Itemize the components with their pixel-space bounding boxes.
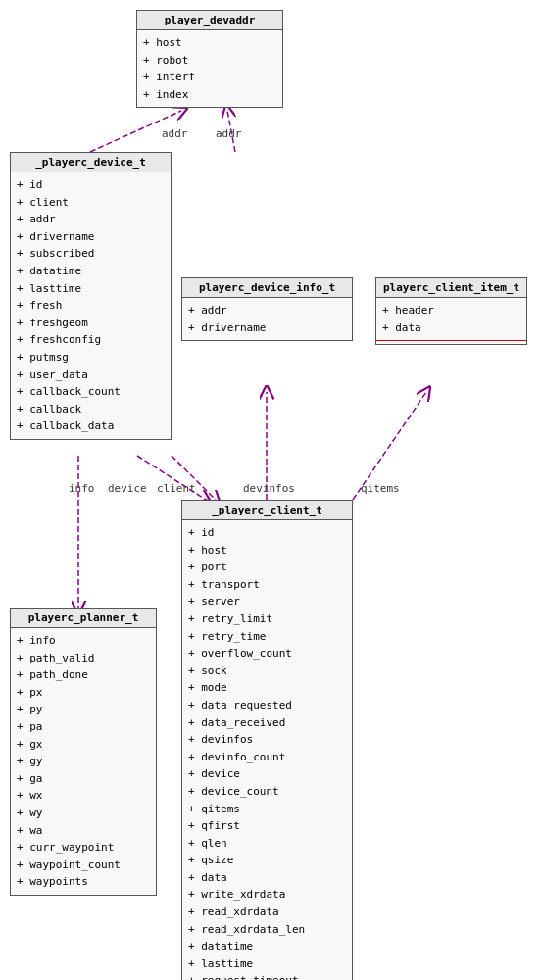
- field: + id: [188, 524, 346, 542]
- field: + subscribed: [17, 245, 165, 263]
- playerc-device-info-t-box: playerc_device_info_t + addr + drivernam…: [181, 277, 353, 341]
- field: + robot: [143, 52, 276, 70]
- field: + datatime: [17, 263, 165, 280]
- field: + addr: [17, 211, 165, 228]
- field: + data: [382, 319, 520, 337]
- field: + drivername: [17, 228, 165, 246]
- field: + devinfo_count: [188, 749, 346, 766]
- addr1-label: addr: [162, 127, 188, 140]
- field: + transport: [188, 576, 346, 594]
- info-label: info: [69, 482, 95, 495]
- field: + fresh: [17, 297, 165, 315]
- field: + path_valid: [17, 650, 150, 667]
- playerc-client-t-box: _playerc_client_t + id + host + port + t…: [181, 500, 353, 980]
- field: + device: [188, 765, 346, 783]
- qitems-label: qitems: [361, 482, 400, 495]
- field: + pa: [17, 718, 150, 736]
- field: + request_timeout: [188, 972, 346, 980]
- field: + lasttime: [17, 280, 165, 298]
- device-label: device: [108, 482, 147, 495]
- field: + lasttime: [188, 956, 346, 973]
- playerc-device-info-t-body: + addr + drivername: [182, 298, 352, 340]
- field: + waypoints: [17, 873, 150, 891]
- field: + wx: [17, 787, 150, 805]
- field: + wa: [17, 822, 150, 840]
- field: + mode: [188, 679, 346, 697]
- field: + info: [17, 632, 150, 650]
- playerc-client-item-t-box: playerc_client_item_t + header + data: [375, 277, 527, 345]
- field: + drivername: [188, 319, 346, 337]
- field: + read_xdrdata_len: [188, 921, 346, 939]
- field: + freshconfig: [17, 331, 165, 349]
- field: + header: [382, 302, 520, 319]
- addr2-label: addr: [216, 127, 242, 140]
- field: + read_xdrdata: [188, 904, 346, 921]
- field: + callback: [17, 401, 165, 418]
- field: + path_done: [17, 666, 150, 684]
- field: + gy: [17, 753, 150, 770]
- field: + gx: [17, 736, 150, 754]
- playerc-client-t-title: _playerc_client_t: [182, 501, 352, 520]
- field: + curr_waypoint: [17, 839, 150, 857]
- client-label: client: [157, 482, 196, 495]
- playerc-client-t-body: + id + host + port + transport + server …: [182, 520, 352, 980]
- field: + server: [188, 593, 346, 611]
- field: + waypoint_count: [17, 857, 150, 874]
- player-devaddr-body: + host + robot + interf + index: [137, 30, 282, 107]
- playerc-planner-t-title: playerc_planner_t: [11, 609, 156, 628]
- playerc-device-t-title: _playerc_device_t: [11, 153, 171, 172]
- field: + callback_data: [17, 417, 165, 435]
- field: + qsize: [188, 852, 346, 869]
- field: + data_requested: [188, 697, 346, 714]
- field: + overflow_count: [188, 645, 346, 662]
- field: + devinfos: [188, 731, 346, 749]
- playerc-device-t-box: _playerc_device_t + id + client + addr +…: [10, 152, 172, 440]
- playerc-planner-t-body: + info + path_valid + path_done + px + p…: [11, 628, 156, 895]
- field: + addr: [188, 302, 346, 319]
- field: + retry_time: [188, 628, 346, 646]
- playerc-client-item-t-body: + header + data: [376, 298, 526, 340]
- field: + callback_count: [17, 383, 165, 401]
- field: + qlen: [188, 835, 346, 853]
- devinfos-label: devinfos: [243, 482, 295, 495]
- field: + host: [143, 34, 276, 52]
- field: + qitems: [188, 801, 346, 818]
- field: + interf: [143, 69, 276, 86]
- field: + py: [17, 701, 150, 718]
- field: + write_xdrdata: [188, 886, 346, 904]
- field: + putmsg: [17, 349, 165, 367]
- field: + retry_limit: [188, 611, 346, 628]
- field: + id: [17, 176, 165, 194]
- player-devaddr-title: player_devaddr: [137, 11, 282, 30]
- field: + ga: [17, 770, 150, 788]
- playerc-device-t-body: + id + client + addr + drivername + subs…: [11, 172, 171, 439]
- field: + wy: [17, 805, 150, 822]
- field: + datatime: [188, 938, 346, 956]
- field: + user_data: [17, 367, 165, 384]
- field: + host: [188, 542, 346, 560]
- field: + sock: [188, 662, 346, 680]
- playerc-planner-t-box: playerc_planner_t + info + path_valid + …: [10, 608, 157, 896]
- field: + port: [188, 559, 346, 576]
- field: + index: [143, 86, 276, 104]
- player-devaddr-box: player_devaddr + host + robot + interf +…: [136, 10, 283, 108]
- field: + data_received: [188, 714, 346, 732]
- field: + device_count: [188, 783, 346, 801]
- field: + client: [17, 194, 165, 212]
- box-footer: [376, 340, 526, 344]
- field: + qfirst: [188, 817, 346, 835]
- field: + freshgeom: [17, 315, 165, 332]
- field: + data: [188, 869, 346, 887]
- field: + px: [17, 684, 150, 702]
- playerc-device-info-t-title: playerc_device_info_t: [182, 278, 352, 298]
- playerc-client-item-t-title: playerc_client_item_t: [376, 278, 526, 298]
